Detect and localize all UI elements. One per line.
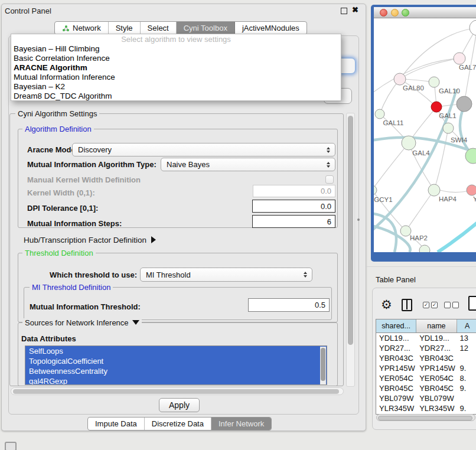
screen: Control Panel ✖ NetworkStyleSelectCyni T… [0,0,476,450]
mi-threshold-field[interactable]: 0.5 [248,298,330,312]
sources-title: Sources for Network Inference [25,318,129,327]
tab-label: Cyni Toolbox [184,22,227,34]
zoom-traffic-light-icon[interactable] [402,9,409,17]
data-attributes-label: Data Attributes [21,334,76,343]
network-node-gal11[interactable] [375,109,384,119]
tab-label: Infer Network [219,418,264,430]
panel-title: Control Panel [5,6,51,15]
hub-definition-toggle[interactable]: Hub/Transcription Factor Definition [24,236,156,244]
network-node[interactable] [457,96,472,112]
algorithm-option-bayesian-k2[interactable]: Bayesian – K2 [11,82,341,92]
node-table: shared...nameA YDL19...YDL19...13YDR27..… [376,319,476,415]
attribute-item-gal4rgexp[interactable]: gal4RGexp [25,376,327,385]
table-row[interactable]: YER054CYER054C8. [376,373,476,383]
network-node-swi4[interactable] [443,123,454,133]
network-node-y[interactable] [467,185,476,195]
tab-label: Style [116,22,133,34]
network-window-titlebar[interactable] [374,7,476,18]
table-row[interactable]: YLR345WYLR345W9. [376,403,476,413]
tab-impute-data[interactable]: Impute Data [88,418,145,430]
tab-infer-network[interactable]: Infer Network [211,418,271,430]
network-node-label: GAL10 [439,87,460,94]
gear-icon[interactable]: ⚙ [381,297,392,312]
settings-vertical-scrollbar[interactable] [346,113,355,387]
attribute-item-selfloops[interactable]: SelfLoops [25,346,327,356]
column-header-shared[interactable]: shared... [376,319,416,332]
float-window-icon[interactable] [341,8,347,14]
mi-type-label: Mutual Information Algorithm Type: [27,160,157,169]
mi-type-value: Naive Bayes [167,160,210,169]
mi-type-select[interactable]: Naive Bayes [161,158,335,171]
table-cell: 12 [457,343,476,353]
minimize-traffic-light-icon[interactable] [391,9,399,17]
tab-style[interactable]: Style [109,22,141,34]
data-attributes-list[interactable]: SelfLoopsTopologicalCoefficientBetweenne… [25,345,327,385]
network-node-label: HAP2 [410,234,428,242]
list-scrollbar[interactable] [320,347,326,384]
network-edges-thick [374,89,476,252]
split-pane-handle[interactable] [357,219,360,221]
table-row[interactable]: YDL19...YDL19...13 [376,333,476,343]
table-cell: YDR27... [416,343,457,353]
mi-steps-label: Mutual Information Steps: [27,219,122,228]
table-row[interactable]: YDR27...YDR27...12 [376,343,476,353]
hub-definition-label: Hub/Transcription Factor Definition [24,236,146,244]
mi-steps-field[interactable]: 6 [252,215,335,228]
algorithm-dropdown-popup: Select algorithm to view settings Bayesi… [11,34,341,101]
algorithm-option-basic-correlation-inference[interactable]: Basic Correlation Inference [11,54,341,63]
algorithm-option-bayesian-hill-climbing[interactable]: Bayesian – Hill Climbing [11,44,341,54]
table-row[interactable]: YPR145WYPR145W9. [376,363,476,373]
deselect-all-checkboxes-icon[interactable] [444,302,459,308]
network-node-gcy1[interactable] [374,185,377,195]
network-canvas[interactable]: GAL7GAL80GAL10GAL1GAL11SWI4GAL4GCY1HAP4Y… [374,18,476,252]
close-traffic-light-icon[interactable] [380,9,387,17]
which-threshold-label: Which threshold to use: [50,270,137,279]
table-horizontal-scrollbar[interactable] [376,414,475,421]
network-node-hap4[interactable] [428,184,440,196]
columns-icon[interactable] [402,299,412,311]
dpi-tolerance-label: DPI Tolerance [0,1]: [27,204,98,213]
aracne-mode-value: Discovery [78,145,112,154]
table-cell: 9. [457,383,476,393]
collapsed-panel-button[interactable] [5,442,17,450]
settings-horizontal-scrollbar[interactable] [11,387,344,395]
network-node[interactable] [419,245,430,252]
tab-cyni-toolbox[interactable]: Cyni Toolbox [177,22,235,34]
table-row[interactable]: YBL079WYBL079W [376,393,476,403]
network-node-label: GAL7 [459,64,476,71]
network-node[interactable] [470,20,476,35]
sources-toggle[interactable]: Sources for Network Inference [22,318,142,327]
new-table-icon[interactable] [468,296,476,311]
table-row[interactable]: YBR045CYBR045C9. [376,383,476,393]
tab-network[interactable]: Network [55,22,109,34]
stepper-arrows-icon [327,147,330,153]
algorithm-option-dream8-dc-tdc-algorithm[interactable]: Dream8 DC_TDC Algorithm [11,92,341,101]
table-cell: YDL19... [376,333,416,343]
attribute-item-betweennesscentrality[interactable]: BetweennessCentrality [25,366,327,376]
network-node-gal1[interactable] [431,102,442,112]
network-node-gal10[interactable] [429,77,439,87]
tab-jactivemnodules[interactable]: jActiveMNodules [235,22,307,34]
aracne-mode-select[interactable]: Discovery [72,143,335,156]
table-row[interactable]: YBR043CYBR043C [376,353,476,363]
tab-select[interactable]: Select [141,22,177,34]
close-icon[interactable]: ✖ [352,5,358,14]
dpi-tolerance-field[interactable]: 0.0 [252,200,335,213]
manual-kernel-label: Manual Kernel Width Definition [27,175,141,184]
column-header-name[interactable]: name [416,319,457,332]
apply-button[interactable]: Apply [159,398,200,412]
kernel-width-field[interactable]: 0.0 [253,185,335,197]
attribute-item-topologicalcoefficient[interactable]: TopologicalCoefficient [25,356,327,366]
kernel-width-label: Kernel Width (0,1): [27,188,95,197]
algorithm-option-mutual-information-inference[interactable]: Mutual Information Inference [11,73,341,82]
network-node-gal80[interactable] [394,73,406,85]
manual-kernel-checkbox[interactable] [325,175,334,184]
threshold-definition-title: Threshold Definition [22,249,96,257]
algorithm-option-aracne-algorithm[interactable]: ARACNE Algorithm [11,63,341,73]
network-node-gal7[interactable] [454,53,465,64]
column-header-a[interactable]: A [457,319,476,332]
tab-discretize-data[interactable]: Discretize Data [145,418,211,430]
select-all-checkboxes-icon[interactable]: ✓✓ [423,302,438,308]
which-threshold-select[interactable]: MI Threshold [140,268,312,282]
network-node-gal4[interactable] [402,136,416,150]
